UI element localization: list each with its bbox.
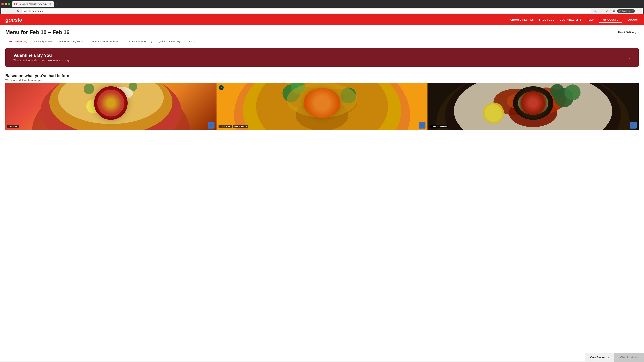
recipe-badge-3: Loved by Families [430,125,448,128]
site-nav: gousto CHOOSE RECIPES FREE FOOD SUSTAINA… [0,14,644,25]
tab-count: (96) [48,40,52,43]
nav-links: CHOOSE RECIPES FREE FOOD SUSTAINABILITY … [510,18,639,21]
window-buttons [1,3,10,5]
about-delivery-link[interactable]: About Delivery ▾ [617,31,639,34]
banner-text: Valentine's By You Throw out the ruleboo… [14,53,70,62]
tab-count: (2) [82,40,85,43]
filter-tab-for-lauren[interactable]: For Lauren (14) [5,38,30,45]
recipe-card-1[interactable]: 10-Minute + [5,83,216,130]
tab-label: Quick & Easy [159,40,175,43]
tab-title: My Gousto Account | View You... [18,3,48,5]
filter-tabs: For Lauren (14) All Recipes (96) Valenti… [0,38,644,45]
browser-controls: G My Gousto Account | View You... ✕ + [1,1,643,7]
site-logo[interactable]: gousto [5,17,22,23]
section-subtitle: We think you'll love these recipes [5,79,639,82]
sidebar-icon[interactable]: ▣ [612,9,616,13]
reload-button[interactable]: ↻ [16,9,20,13]
view-basket-button[interactable]: View Basket ▲ [585,353,614,361]
about-delivery-label: About Delivery [617,31,636,34]
chevron-down-icon: ▾ [637,31,639,34]
browser-chrome: G My Gousto Account | View You... ✕ + ← … [0,0,644,14]
close-tab-icon[interactable]: ✕ [49,3,52,5]
tab-label: All Recipes [34,40,47,43]
add-recipe-2-button[interactable]: + [419,122,426,129]
tab-label: Calo [187,40,192,43]
svg-point-33 [565,84,580,100]
recipe-image-2: V [216,83,428,130]
svg-point-30 [528,96,530,97]
tab-bar: G My Gousto Account | View You... ✕ + [12,1,59,7]
bookmark-icon[interactable]: ☆ [599,9,604,13]
recipe-badge-1: 10-Minute [8,125,18,128]
address-input[interactable] [22,9,592,13]
recipe-card-3[interactable]: Loved by Families + [428,83,639,130]
recipe-card-2[interactable]: V Lower Price Save & Savour + [216,83,428,130]
section-heading: Based on what you've had before We think… [0,69,644,83]
page-title: Menu for Feb 10 – Feb 16 [5,29,70,35]
svg-point-7 [86,99,100,113]
filter-tab-quick-easy[interactable]: Quick & Easy (23) [155,38,183,45]
back-button[interactable]: ← [3,9,8,13]
badge-loved-families: Loved by Families [430,125,448,128]
add-recipe-3-button[interactable]: + [630,122,636,129]
svg-point-4 [84,84,94,94]
svg-point-31 [537,98,538,99]
close-window-button[interactable] [1,3,4,5]
incognito-label: Incognito (2) [622,10,633,12]
svg-point-8 [106,87,133,100]
svg-point-19 [287,83,357,117]
tab-count: → [193,40,196,43]
active-browser-tab[interactable]: G My Gousto Account | View You... ✕ [12,1,54,7]
bottom-bar: View Basket ▲ Checkout 0/5 [585,353,644,361]
badge-save-savour: Save & Savour [232,125,248,128]
address-bar-row: ← → ↻ 🔍 ☆ 🧩 ▣ 🕵 Incognito (2) ⋮ [1,8,643,14]
badge-10-minute: 10-Minute [8,125,18,128]
svg-point-34 [550,84,564,98]
filter-tab-save-savour[interactable]: Save & Savour (10) [126,38,155,45]
page-header: Menu for Feb 10 – Feb 16 About Delivery … [0,25,644,35]
search-icon[interactable]: 🔍 [593,9,598,13]
filter-tab-valentines[interactable]: Valentine's By You (2) [56,38,88,45]
tab-label: Save & Savour [129,40,147,43]
incognito-icon: 🕵 [619,10,621,12]
recipe-illustration-3 [428,83,639,130]
filter-tab-all-recipes[interactable]: All Recipes (96) [30,38,56,45]
extensions-icon[interactable]: 🧩 [604,9,609,13]
tab-count: (14) [23,40,27,43]
recipe-image-1 [5,83,216,130]
tab-count: (10) [148,40,152,43]
banner-subtitle: Throw out the rulebook and celebrate you… [14,59,70,62]
recipe-illustration-2 [216,83,428,130]
maximize-window-button[interactable] [8,3,10,5]
tab-label: Valentine's By You [59,40,81,43]
banner-title: Valentine's By You [14,53,70,58]
nav-link-help[interactable]: HELP [587,18,594,21]
checkout-button[interactable]: Checkout 0/5 [614,353,644,362]
nav-link-logout[interactable]: LOGOUT [628,18,639,21]
new-tab-button[interactable]: + [54,2,59,7]
tab-count: (23) [176,40,180,43]
add-recipe-1-button[interactable]: + [208,122,214,129]
vegetarian-badge: V [218,85,224,90]
more-menu-icon[interactable]: ⋮ [636,9,641,13]
svg-point-36 [485,104,502,122]
nav-link-free-food[interactable]: FREE FOOD [539,18,554,21]
tab-favicon-icon: G [14,3,17,5]
forward-button[interactable]: → [10,9,14,13]
view-basket-label: View Basket [590,356,606,359]
incognito-badge[interactable]: 🕵 Incognito (2) [617,9,635,13]
nav-link-sustainability[interactable]: SUSTAINABILITY [560,18,582,21]
filter-tab-new-limited[interactable]: New & Limited Edition (8) [88,38,126,45]
recipes-grid: 10-Minute + [0,83,644,130]
banner-arrow-icon: › [629,55,630,60]
chevron-up-icon: ▲ [607,356,610,359]
filter-tab-more[interactable]: Calo → [183,38,199,45]
my-gousto-button[interactable]: MY GOUSTO [599,17,622,23]
recipe-illustration-1 [5,83,216,130]
page-content: gousto CHOOSE RECIPES FREE FOOD SUSTAINA… [0,14,644,361]
nav-link-choose-recipes[interactable]: CHOOSE RECIPES [510,18,534,21]
tab-label: New & Limited Edition [92,40,118,43]
badge-lower-price: Lower Price [218,125,232,128]
valentine-banner[interactable]: Valentine's By You Throw out the ruleboo… [5,48,639,67]
minimize-window-button[interactable] [5,3,7,5]
